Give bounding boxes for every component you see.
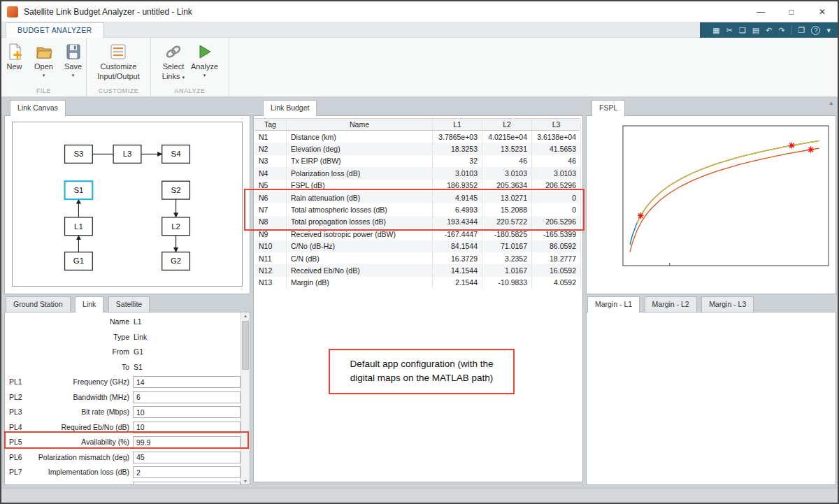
table-row-N11[interactable]: N11C/N (dB)16.37293.235218.2777	[254, 252, 580, 264]
separator	[791, 25, 792, 35]
canvas-node-L1[interactable]: L1	[65, 217, 93, 236]
analyze-button[interactable]: Analyze ▾	[191, 42, 218, 81]
property-input-PL2[interactable]	[133, 391, 241, 403]
property-input-PL3[interactable]	[133, 406, 241, 418]
table-row-N1[interactable]: N1Distance (km)3.7865e+034.0215e+043.613…	[254, 131, 580, 143]
table-cell: 6.4993	[433, 203, 482, 215]
column-header-L2[interactable]: L2	[482, 119, 532, 130]
canvas-node-G1[interactable]: G1	[65, 252, 93, 271]
maximize-button[interactable]: □	[776, 1, 807, 22]
table-row-N4[interactable]: N4Polarization loss (dB)3.01033.01033.01…	[254, 167, 580, 179]
table-row-N10[interactable]: N10C/No (dB-Hz)84.154471.016786.0592	[254, 240, 580, 252]
table-row-N7[interactable]: N7Total atmospheric losses (dB)6.499315.…	[254, 203, 580, 215]
close-button[interactable]: ✕	[807, 1, 838, 22]
layout-icon[interactable]: ❐	[798, 27, 805, 34]
property-row: TypeLink	[5, 330, 240, 345]
section-label-customize: CUSTOMIZE	[87, 87, 150, 94]
table-cell: 3.0103	[532, 167, 581, 179]
table-row-N9[interactable]: N9Received isotropic power (dBW)-167.444…	[254, 228, 580, 240]
table-row-N5[interactable]: N5FSPL (dB)186.9352205.3634206.5296	[254, 180, 580, 192]
property-tag: PL1	[9, 377, 22, 386]
table-cell: N5	[254, 180, 287, 192]
table-row-N2[interactable]: N2Elevation (deg)18.325313.523141.5653	[254, 143, 580, 154]
table-cell: N10	[254, 240, 287, 252]
property-input-PL4[interactable]	[133, 422, 241, 433]
property-input-PL7[interactable]	[133, 466, 241, 478]
canvas-node-S1[interactable]: S1	[65, 181, 93, 199]
svg-text:S1: S1	[73, 186, 83, 194]
tab-link-budget[interactable]: Link Budget	[263, 100, 317, 116]
collapse-toolstrip-button[interactable]: ▴	[829, 99, 833, 106]
customize-button-label-line2: Input/Output	[97, 72, 140, 81]
tab-fspl[interactable]: FSPL	[591, 100, 625, 116]
tab-ground-station[interactable]: Ground Station	[6, 296, 71, 312]
canvas-node-G2[interactable]: G2	[162, 252, 190, 271]
tab-margin-l2[interactable]: Margin - L2	[645, 296, 697, 312]
table-row-N13[interactable]: N13Margin (dB)2.1544-10.98334.0592	[254, 277, 580, 289]
table-cell: 32	[433, 155, 482, 167]
property-label: Frequency (GHz)	[30, 377, 129, 386]
table-cell: 13.5231	[482, 143, 532, 154]
column-header-L1[interactable]: L1	[433, 119, 482, 130]
property-row-PL8: PL8Antenna mispointing loss (dB)	[5, 480, 240, 486]
property-tag: PL6	[9, 453, 22, 461]
dropdown-icon[interactable]: ▾	[826, 27, 831, 34]
redo-icon[interactable]: ↷	[778, 27, 784, 34]
select-links-button[interactable]: Select Links ▾	[162, 42, 185, 81]
copy-icon[interactable]: ❏	[739, 27, 746, 34]
column-header-L3[interactable]: L3	[532, 119, 581, 130]
canvas-node-L3[interactable]: L3	[113, 145, 141, 164]
property-input-PL5[interactable]	[133, 436, 241, 448]
property-input-PL8[interactable]	[133, 482, 241, 486]
property-input-PL6[interactable]	[133, 452, 241, 463]
table-cell: 0	[532, 203, 581, 215]
save-button[interactable]: Save ▾	[62, 42, 85, 78]
column-header-Tag[interactable]: Tag	[254, 119, 287, 130]
table-cell: Received Eb/No (dB)	[287, 264, 433, 276]
table-row-N12[interactable]: N12Received Eb/No (dB)14.15441.016716.05…	[254, 264, 580, 276]
scrollbar-thumb[interactable]	[242, 321, 249, 370]
dropdown-caret-icon: ▾	[203, 73, 206, 78]
canvas-node-L2[interactable]: L2	[162, 217, 190, 236]
canvas-node-S2[interactable]: S2	[162, 181, 190, 199]
svg-text:G1: G1	[73, 257, 84, 265]
tab-margin-l1[interactable]: Margin - L1	[587, 296, 640, 312]
table-cell: 2.1544	[433, 277, 482, 289]
table-cell: 86.0592	[532, 240, 581, 252]
tab-margin-l3[interactable]: Margin - L3	[701, 296, 754, 312]
ribbon-tabstrip: BUDGET ANALYZER ▦✂❏▤↶↷❐?▾	[1, 22, 838, 38]
property-row-PL7: PL7Implementation loss (dB)	[5, 465, 240, 480]
main-area: Link Canvas S3L3S4S1S2L1L2G1G2 Ground St…	[1, 97, 838, 488]
new-button[interactable]: New	[3, 42, 27, 78]
undo-icon[interactable]: ↶	[766, 27, 772, 34]
property-label: Antenna mispointing loss (dB)	[30, 483, 129, 486]
customize-input-output-button[interactable]: Customize Input/Output	[97, 42, 140, 81]
cut-icon[interactable]: ✂	[726, 27, 733, 34]
help-icon[interactable]: ?	[811, 26, 820, 35]
column-header-Name[interactable]: Name	[287, 119, 433, 130]
property-row-PL1: PL1Frequency (GHz)	[5, 375, 240, 390]
tab-budget-analyzer[interactable]: BUDGET ANALYZER	[6, 22, 104, 38]
save-icon[interactable]: ▦	[712, 27, 719, 34]
paste-icon[interactable]: ▤	[752, 27, 759, 34]
tab-link[interactable]: Link	[75, 296, 103, 312]
tab-link-canvas[interactable]: Link Canvas	[10, 100, 66, 116]
properties-scrollbar[interactable]: ▲ ▼	[241, 312, 250, 484]
minimize-button[interactable]: —	[745, 1, 776, 22]
select-links-label-line2: Links ▾	[162, 72, 185, 81]
table-cell: 46	[532, 155, 581, 167]
scroll-down-icon[interactable]: ▼	[241, 479, 250, 484]
open-button[interactable]: Open ▾	[32, 42, 56, 78]
table-row-N6[interactable]: N6Rain attenuation (dB)4.914513.02710	[254, 192, 580, 203]
canvas-node-S3[interactable]: S3	[65, 145, 93, 164]
svg-text:L1: L1	[74, 222, 83, 231]
tab-satellite[interactable]: Satellite	[108, 296, 150, 312]
canvas-node-S4[interactable]: S4	[162, 145, 190, 164]
property-tag: PL5	[9, 438, 22, 446]
scroll-up-icon[interactable]: ▲	[241, 313, 250, 318]
table-row-N8[interactable]: N8Total propagation losses (dB)193.43442…	[254, 216, 580, 228]
property-input-PL1[interactable]	[133, 376, 241, 388]
section-label-analyze: ANALYZE	[151, 87, 229, 94]
table-row-N3[interactable]: N3Tx EIRP (dBW)324646	[254, 155, 580, 167]
table-cell: 46	[482, 155, 532, 167]
